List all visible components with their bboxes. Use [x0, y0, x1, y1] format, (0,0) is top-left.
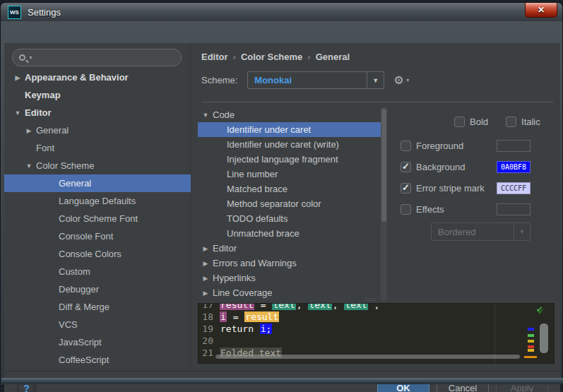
expand-arrow-icon[interactable]: ▶	[202, 260, 209, 267]
close-button[interactable]: ✕	[525, 3, 557, 18]
effects-checkbox[interactable]	[401, 204, 411, 215]
element-item-label: Line number	[227, 169, 278, 179]
attribute-row-error-stripe-mark: Error stripe markCCCCFF	[401, 177, 531, 198]
code-segment-magenta: i	[220, 311, 227, 322]
element-item-identifier-under-caret-write[interactable]: Identifier under caret (write)	[198, 137, 387, 152]
code-line: 18i = result	[198, 311, 554, 323]
error-stripe-mark-checkbox[interactable]	[401, 183, 411, 194]
element-item-hyperlinks[interactable]: ▶Hyperlinks	[198, 271, 387, 285]
sidebar-item-appearance-behavior[interactable]: ▶Appearance & Behavior	[4, 69, 191, 86]
error-stripe-mark[interactable]	[528, 328, 534, 331]
background-color-field[interactable]: 0A0BF8	[497, 161, 531, 173]
collapse-arrow-icon[interactable]: ▼	[202, 112, 209, 119]
element-item-label: Errors and Warnings	[213, 258, 297, 268]
error-stripe-mark[interactable]	[528, 340, 534, 343]
element-item-line-coverage[interactable]: ▶Line Coverage	[198, 285, 387, 300]
error-stripe-mark[interactable]	[528, 334, 534, 337]
code-segment-teal: text	[272, 303, 295, 310]
effects-color-field[interactable]	[497, 203, 531, 215]
sidebar-item-console-font[interactable]: Console Font	[4, 227, 191, 245]
sidebar-item-label: Color Scheme	[36, 160, 94, 171]
bold-checkbox[interactable]	[454, 117, 465, 127]
effect-type-select[interactable]: Bordered ▼	[431, 222, 531, 241]
sidebar-item-label: Color Scheme Font	[59, 213, 138, 224]
sidebar-item-diff-merge[interactable]: Diff & Merge	[4, 298, 191, 316]
settings-search-box[interactable]: ▼	[12, 49, 182, 66]
sidebar-item-label: Debugger	[59, 284, 99, 295]
element-item-matched-brace[interactable]: Matched brace	[198, 182, 387, 196]
collapse-arrow-icon[interactable]: ▼	[25, 162, 32, 170]
sidebar-item-label: VCS	[59, 319, 78, 330]
sidebar-item-keymap[interactable]: Keymap	[4, 86, 191, 104]
code-segment-blue: i;	[260, 323, 273, 334]
settings-sidebar: ▼ ▶Appearance & BehaviorKeymap▼Editor▶Ge…	[4, 43, 191, 371]
element-item-code[interactable]: ▼Code	[198, 107, 387, 122]
sidebar-item-debugger[interactable]: Debugger	[4, 280, 191, 298]
sidebar-item-coffeescript[interactable]: CoffeeScript	[4, 351, 191, 369]
expand-arrow-icon[interactable]: ▶	[202, 290, 209, 297]
element-item-identifier-under-caret[interactable]: Identifier under caret	[198, 122, 387, 137]
search-input[interactable]	[33, 52, 181, 63]
error-stripe-mark-color-field[interactable]: CCCCFF	[497, 182, 531, 194]
expand-arrow-icon[interactable]: ▶	[14, 74, 21, 81]
element-item-label: Unmatched brace	[227, 228, 300, 239]
breadcrumb-separator: ›	[228, 52, 241, 62]
sidebar-item-font[interactable]: Font	[4, 139, 191, 157]
expand-arrow-icon[interactable]: ▶	[202, 275, 209, 282]
sidebar-item-console-colors[interactable]: Console Colors	[4, 245, 191, 263]
code-segment-plain: return	[220, 323, 260, 334]
title-bar[interactable]: WS Settings ✕	[0, 2, 563, 22]
sidebar-item-vcs[interactable]: VCS	[4, 316, 191, 333]
code-segment-plain: ,	[296, 303, 309, 310]
italic-checkbox[interactable]	[506, 117, 516, 127]
splitter-grip[interactable]: :::::	[365, 296, 377, 302]
preview-horizontal-scrollbar[interactable]	[215, 355, 520, 359]
code-segment-plain: ,	[332, 303, 345, 310]
element-item-method-separator-color[interactable]: Method separator color	[198, 196, 387, 211]
sidebar-item-label: Editor	[25, 107, 52, 118]
element-tree-scrollbar-thumb[interactable]	[381, 109, 386, 222]
sidebar-item-color-scheme[interactable]: ▼Color Scheme	[4, 157, 191, 174]
error-stripe-mark[interactable]	[528, 345, 534, 348]
element-item-unmatched-brace[interactable]: Unmatched brace	[198, 226, 387, 241]
expand-arrow-icon[interactable]: ▶	[25, 127, 32, 134]
color-scheme-general-panel: Editor›Color Scheme›General Scheme: Mono…	[191, 43, 560, 371]
search-options-chevron-icon[interactable]: ▼	[28, 55, 33, 60]
scheme-actions-button[interactable]: ⚙ ▼	[393, 73, 410, 87]
scheme-select[interactable]: Monokai ▼	[247, 71, 384, 89]
foreground-color-field[interactable]	[497, 140, 531, 152]
attribute-row-effects: Effects	[401, 198, 531, 220]
element-item-label: Identifier under caret	[227, 124, 311, 135]
breadcrumb-item-color-scheme[interactable]: Color Scheme	[241, 52, 302, 62]
foreground-checkbox[interactable]	[401, 141, 411, 151]
sidebar-item-editor[interactable]: ▼Editor	[4, 104, 191, 121]
element-item-errors-and-warnings[interactable]: ▶Errors and Warnings	[198, 256, 387, 271]
effect-type-value: Bordered	[432, 227, 514, 237]
sidebar-item-custom[interactable]: Custom	[4, 263, 191, 280]
sidebar-item-label: JavaScript	[59, 337, 102, 348]
element-tree-scrollbar[interactable]	[381, 107, 387, 301]
scheme-preview-editor[interactable]: 17result = text, text, text ,18i = resul…	[198, 303, 555, 364]
element-item-editor[interactable]: ▶Editor	[198, 241, 387, 256]
sidebar-item-general[interactable]: General	[4, 174, 191, 192]
settings-window: WS Settings ✕ ▼ ▶Appearance & BehaviorKe…	[0, 0, 563, 392]
stripe-bottom-mark[interactable]	[524, 356, 537, 358]
preview-vertical-scrollbar[interactable]	[540, 323, 548, 353]
background-checkbox[interactable]	[401, 162, 411, 172]
breadcrumb-item-general[interactable]: General	[316, 52, 350, 62]
element-item-injected-language-fragment[interactable]: Injected language fragment	[198, 152, 387, 167]
error-stripe-mark[interactable]	[528, 349, 534, 352]
sidebar-item-javascript[interactable]: JavaScript	[4, 333, 191, 351]
breadcrumb-item-editor[interactable]: Editor	[201, 52, 228, 62]
sidebar-item-color-scheme-font[interactable]: Color Scheme Font	[4, 210, 191, 227]
sidebar-item-label: Console Font	[59, 231, 113, 242]
element-item-line-number[interactable]: Line number	[198, 167, 387, 182]
element-item-todo-defaults[interactable]: TODO defaults	[198, 211, 387, 226]
collapse-arrow-icon[interactable]: ▼	[14, 109, 21, 117]
sidebar-item-general[interactable]: ▶General	[4, 121, 191, 139]
sidebar-item-label: Keymap	[25, 90, 61, 100]
breadcrumb: Editor›Color Scheme›General	[201, 52, 350, 62]
sidebar-item-language-defaults[interactable]: Language Defaults	[4, 192, 191, 210]
expand-arrow-icon[interactable]: ▶	[202, 245, 209, 252]
scheme-dropdown-chevron-icon[interactable]: ▼	[367, 72, 384, 88]
